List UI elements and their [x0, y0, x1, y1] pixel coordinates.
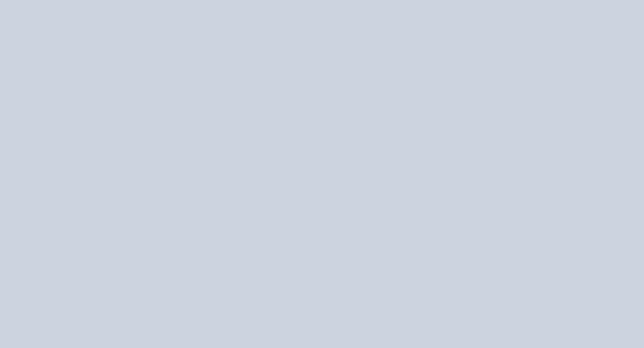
- stockcharts-page: [0, 0, 644, 348]
- header-right: [626, 1, 641, 7]
- ohlc-row: [626, 3, 641, 7]
